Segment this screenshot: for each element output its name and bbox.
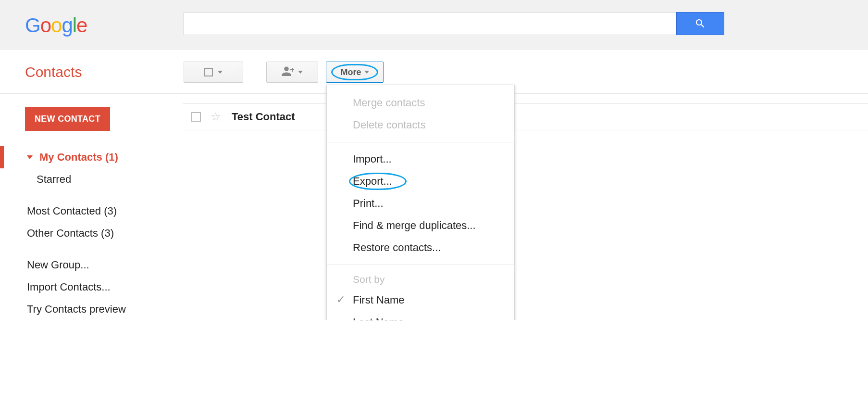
content: ☆ Test Contact: [183, 94, 868, 320]
add-to-group-button[interactable]: [266, 62, 318, 83]
more-button-label: More: [340, 67, 361, 77]
select-all-checkbox[interactable]: [204, 68, 213, 76]
row-checkbox[interactable]: [191, 112, 201, 122]
chevron-down-icon: [218, 71, 223, 74]
nav-import-contacts[interactable]: Import Contacts...: [25, 276, 183, 298]
nav-try-preview[interactable]: Try Contacts preview: [25, 298, 183, 320]
search-icon: [694, 18, 706, 29]
person-add-icon: [282, 66, 295, 78]
chevron-down-icon: [298, 71, 303, 74]
menu-sort-last-name[interactable]: Last Name: [327, 311, 514, 320]
menu-export[interactable]: Export...: [327, 170, 514, 192]
nav-new-group[interactable]: New Group...: [25, 254, 183, 276]
new-contact-button[interactable]: NEW CONTACT: [25, 107, 110, 131]
contact-name: Test Contact: [232, 111, 295, 123]
nav: My Contacts (1) Starred Most Contacted (…: [25, 146, 183, 320]
menu-separator: [327, 142, 514, 142]
app-title: Contacts: [25, 64, 184, 80]
select-all-dropdown[interactable]: [184, 62, 243, 83]
menu-sort-by-header: Sort by: [327, 271, 514, 289]
menu-separator: [327, 265, 514, 265]
menu-delete-contacts: Delete contacts: [327, 114, 514, 136]
menu-import[interactable]: Import...: [327, 148, 514, 170]
search-form: [184, 12, 724, 35]
sidebar: NEW CONTACT My Contacts (1) Starred Most…: [0, 94, 183, 320]
nav-starred[interactable]: Starred: [25, 168, 183, 190]
search-button[interactable]: [676, 12, 724, 35]
more-button[interactable]: More Merge contacts Delete contacts Impo…: [326, 62, 384, 83]
nav-my-contacts[interactable]: My Contacts (1): [25, 146, 183, 168]
star-icon[interactable]: ☆: [211, 110, 221, 124]
menu-restore[interactable]: Restore contacts...: [327, 237, 514, 259]
search-input[interactable]: [184, 12, 676, 35]
nav-other-contacts[interactable]: Other Contacts (3): [25, 222, 183, 244]
menu-merge-contacts: Merge contacts: [327, 92, 514, 114]
contact-row[interactable]: ☆ Test Contact: [183, 103, 868, 130]
google-logo[interactable]: Google: [25, 12, 102, 39]
subheader: Contacts More Merge contacts Delete cont…: [0, 50, 868, 94]
menu-find-merge[interactable]: Find & merge duplicates...: [327, 215, 514, 237]
chevron-down-icon: [27, 155, 33, 159]
menu-print[interactable]: Print...: [327, 192, 514, 215]
chevron-down-icon: [364, 71, 369, 74]
more-menu: Merge contacts Delete contacts Import...…: [326, 85, 515, 320]
menu-sort-first-name[interactable]: First Name: [327, 289, 514, 311]
nav-most-contacted[interactable]: Most Contacted (3): [25, 200, 183, 222]
header: Google: [0, 0, 868, 50]
